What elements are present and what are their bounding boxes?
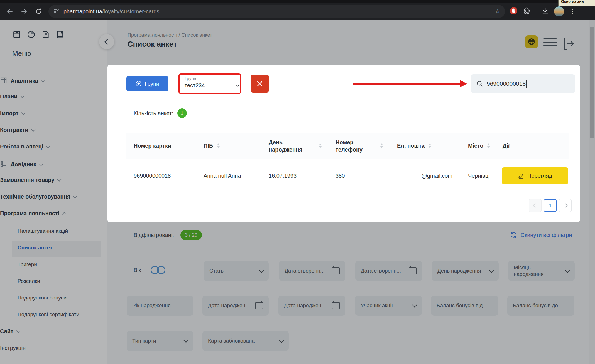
chevron-left-icon <box>533 203 538 208</box>
sidebar-subitem-gift-bonuses[interactable]: Подарункові бонуси <box>18 295 67 301</box>
system-tooltip: Окно из зна <box>558 0 595 6</box>
browser-scrollbar[interactable] <box>589 20 595 364</box>
page-next-button[interactable] <box>559 199 572 212</box>
sidebar-item-loyalty-program[interactable]: Програма лояльності <box>0 210 66 217</box>
site-info-icon[interactable] <box>53 8 60 15</box>
cell-card-number: 969000000018 <box>126 173 196 179</box>
filter-birthdate-from[interactable]: Дата народжен... <box>202 296 269 316</box>
group-select[interactable]: Група тест234 <box>180 75 244 92</box>
refresh-icon[interactable] <box>34 7 43 16</box>
book-icon[interactable] <box>56 30 65 40</box>
reset-filters-link[interactable]: Скинути всі фільтри <box>510 231 572 239</box>
sidebar-collapse-button[interactable] <box>99 34 114 49</box>
logout-icon <box>562 36 575 51</box>
col-email[interactable]: Ел. пошта <box>390 133 461 159</box>
filter-card-blocked[interactable]: Карта заблокована <box>202 331 289 351</box>
window-frame <box>0 0 595 3</box>
cell-city: Чернівці <box>461 173 495 179</box>
chevron-down-icon <box>259 268 264 273</box>
chevron-down-icon <box>46 144 50 148</box>
address-bar[interactable]: pharmapoint.ua/loyalty/customer-cards ☆ <box>48 5 505 18</box>
chrome-menu-icon[interactable]: ⋮ <box>569 8 576 15</box>
filter-gender[interactable]: Стать <box>204 261 269 281</box>
sidebar-item-analytics[interactable]: Аналітика <box>0 77 45 85</box>
groups-button[interactable]: Групи <box>126 76 168 91</box>
filter-promo-participant[interactable]: Учасник акції <box>355 296 422 316</box>
sidebar-item-plans[interactable]: Плани <box>0 93 24 100</box>
chevron-down-icon <box>16 328 21 333</box>
sidebar-item-contracts[interactable]: Контракти <box>0 127 35 133</box>
sidebar-item-instruction[interactable]: Інструкція <box>0 345 26 351</box>
calendar-icon <box>332 302 340 309</box>
archive-icon[interactable] <box>12 30 21 40</box>
sidebar-item-site[interactable]: Сайт <box>0 328 20 335</box>
col-birthday[interactable]: День народження <box>261 133 328 159</box>
filter-birth-year[interactable]: Рік народження <box>127 296 193 316</box>
cell-name: Anna null Anna <box>196 173 261 179</box>
sort-icon[interactable] <box>319 143 322 148</box>
cell-phone: 380 <box>328 173 390 179</box>
sidebar-subitem-mailings[interactable]: Розсилки <box>18 278 40 284</box>
sidebar-subitem-gift-certificates[interactable]: Подарункові сертифікати <box>18 311 79 318</box>
clear-group-button[interactable] <box>251 75 269 93</box>
close-icon <box>256 80 263 87</box>
filter-bonus-balance-from[interactable]: Баланс бонусів від <box>431 296 498 316</box>
adblock-extension-icon[interactable] <box>510 7 518 16</box>
pie-chart-icon[interactable] <box>27 30 36 40</box>
chevron-down-icon <box>565 268 570 273</box>
customer-cards-panel: Групи Група тест234 969000000018 <box>107 65 580 222</box>
filter-created-to[interactable]: Дата створенн... <box>355 261 422 281</box>
page-prev-button[interactable] <box>529 199 542 212</box>
table-row: 969000000018 Anna null Anna 16.07.1993 3… <box>126 159 569 192</box>
col-city[interactable]: Місто <box>461 133 495 159</box>
filter-birthdate-to[interactable]: Дата народжен... <box>278 296 345 316</box>
page-content: Меню Аналітика Плани Імпорт Контракти Ро… <box>0 20 595 364</box>
scrollbar-thumb[interactable] <box>590 27 594 138</box>
sidebar-item-maintenance[interactable]: Технічне обслуговування <box>0 194 77 200</box>
sidebar-item-goods-order[interactable]: Замовлення товару <box>0 177 61 183</box>
chevron-down-icon <box>234 83 240 88</box>
downloads-icon[interactable] <box>541 7 549 16</box>
sidebar-item-directory[interactable]: Довідник <box>0 160 43 169</box>
language-globe-button[interactable] <box>525 35 538 48</box>
document-icon[interactable] <box>41 30 50 40</box>
filter-birth-day[interactable]: День народження <box>432 261 499 281</box>
sidebar-item-import[interactable]: Імпорт <box>0 110 25 117</box>
sort-icon[interactable] <box>217 143 220 148</box>
filter-card-type[interactable]: Тип карти <box>127 331 193 351</box>
sidebar-subitem-triggers[interactable]: Тригери <box>18 261 37 268</box>
sort-icon[interactable] <box>429 143 431 148</box>
col-name[interactable]: ПІБ <box>196 133 261 159</box>
chevron-down-icon <box>57 177 62 182</box>
profile-avatar[interactable] <box>554 6 564 16</box>
list-icon <box>0 160 7 169</box>
filter-created-from[interactable]: Дата створенн... <box>279 261 345 281</box>
bookmark-star-icon[interactable]: ☆ <box>494 8 501 15</box>
sidebar-item-pharmacy-work[interactable]: Робота в аптеці <box>0 143 50 150</box>
page-current[interactable]: 1 <box>544 199 557 212</box>
forward-icon[interactable] <box>19 7 29 16</box>
search-input[interactable]: 969000000018 <box>471 74 575 93</box>
filter-birth-month[interactable]: Місяць народження <box>508 261 575 281</box>
col-phone[interactable]: Номер телефону <box>328 133 390 159</box>
extensions-puzzle-icon[interactable] <box>523 7 531 16</box>
infinity-icon[interactable] <box>151 266 165 274</box>
chevron-up-icon <box>62 212 67 216</box>
breadcrumb: Програма лояльності / Список анкет <box>128 32 212 38</box>
menu-lines-button[interactable] <box>543 38 557 48</box>
sort-icon[interactable] <box>380 143 383 148</box>
sort-icon[interactable] <box>487 143 490 148</box>
toolbar-separator <box>536 8 536 15</box>
calendar-icon <box>255 302 263 309</box>
browser-chrome: pharmapoint.ua/loyalty/customer-cards ☆ … <box>0 0 595 20</box>
back-icon[interactable] <box>5 7 14 16</box>
count-label: Кількість анкет: <box>134 110 173 117</box>
logout-button[interactable] <box>562 36 575 52</box>
sidebar-subitem-promo-settings[interactable]: Налаштування акцій <box>18 228 68 234</box>
view-button[interactable]: Перегляд <box>502 167 568 184</box>
sidebar-subitem-customer-cards[interactable]: Список анкет <box>18 245 52 251</box>
grid-icon <box>0 77 7 85</box>
url-host: pharmapoint.ua <box>63 8 102 14</box>
chevron-down-icon <box>279 338 284 343</box>
filter-bonus-balance-to[interactable]: Баланс бонусів до <box>507 296 574 316</box>
